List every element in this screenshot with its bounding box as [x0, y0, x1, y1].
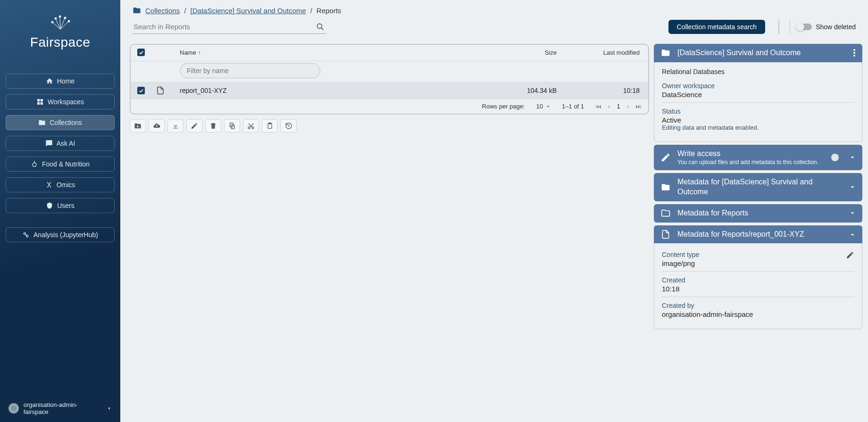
filter-by-name-input[interactable] — [180, 63, 320, 78]
svg-line-14 — [25, 234, 27, 236]
sidebar-item-label: Workspaces — [48, 98, 84, 106]
col-name[interactable]: Name — [180, 49, 196, 56]
sidebar-item-label: Ask AI — [57, 140, 75, 147]
file-icon — [156, 86, 165, 95]
sidebar-item-workspaces[interactable]: Workspaces — [6, 94, 115, 109]
created-by-label: Created by — [662, 302, 854, 309]
prev-page-button[interactable]: ‹ — [608, 103, 610, 110]
folder-outline-icon — [660, 208, 671, 218]
content-type-label: Content type — [662, 251, 699, 258]
show-deleted-toggle[interactable] — [797, 24, 812, 30]
created-label: Created — [662, 276, 854, 284]
breadcrumb-current: Reports — [317, 7, 342, 15]
sidebar-item-ask-ai[interactable]: Ask AI — [6, 136, 115, 151]
row-modified: 10:18 — [557, 87, 642, 94]
svg-point-15 — [317, 24, 322, 28]
action-toolbar — [130, 119, 649, 132]
svg-point-25 — [853, 49, 855, 51]
grid-icon — [36, 98, 44, 106]
write-access-panel-header[interactable]: Write access You can upload files and ad… — [654, 145, 862, 170]
sidebar-item-collections[interactable]: Collections — [6, 115, 115, 130]
chevron-up-icon — [849, 231, 856, 238]
download-button[interactable] — [167, 119, 184, 132]
avatar-icon — [831, 154, 839, 161]
created-value: 10:18 — [662, 285, 854, 293]
metadata-file-panel-header[interactable]: Metadata for Reports/report_001-XYZ — [654, 225, 862, 244]
folder-icon — [133, 6, 141, 15]
breadcrumb-path[interactable]: [DataScience] Survival and Outcome — [191, 7, 306, 15]
svg-point-5 — [64, 17, 66, 19]
first-page-button[interactable]: ⏮ — [595, 103, 601, 110]
rename-button[interactable] — [186, 119, 202, 132]
table-row[interactable]: report_001-XYZ 104.34 kB 10:18 — [131, 83, 648, 99]
metadata-folder-panel-header[interactable]: Metadata for Reports — [654, 204, 862, 223]
svg-point-3 — [59, 16, 61, 17]
col-size[interactable]: Size — [545, 49, 557, 56]
sidebar-item-analysis[interactable]: Analysis (JupyterHub) — [6, 227, 115, 242]
current-page: 1 — [617, 103, 620, 110]
collection-panel-header[interactable]: [DataScience] Survival and Outcome — [654, 44, 862, 62]
search-input[interactable] — [134, 23, 316, 31]
panel-title: Metadata for [DataScience] Survival and … — [677, 177, 843, 197]
user-avatar[interactable]: O — [8, 403, 19, 414]
brand-name: Fairspace — [0, 35, 120, 50]
svg-line-6 — [60, 22, 68, 29]
more-menu-icon[interactable] — [853, 49, 856, 57]
panel-title: Metadata for Reports/report_001-XYZ — [677, 230, 843, 240]
write-access-panel: Write access You can upload files and ad… — [654, 145, 862, 170]
next-page-button[interactable]: › — [627, 103, 629, 110]
sidebar-item-users[interactable]: Users — [6, 198, 115, 213]
show-deleted-label: Show deleted — [816, 23, 856, 31]
new-folder-button[interactable] — [130, 119, 146, 132]
svg-point-26 — [853, 52, 855, 54]
last-page-button[interactable]: ⏭ — [635, 103, 642, 110]
sidebar-item-label: Collections — [50, 119, 82, 126]
edit-metadata-button[interactable] — [846, 251, 854, 259]
status-hint: Editing data and metadata enabled. — [662, 124, 854, 131]
svg-line-0 — [56, 19, 60, 29]
sidebar-item-home[interactable]: Home — [6, 74, 115, 89]
select-all-checkbox[interactable] — [137, 49, 145, 56]
home-icon — [46, 77, 53, 85]
svg-point-7 — [68, 20, 70, 22]
paste-button[interactable] — [262, 119, 278, 132]
folder-icon — [660, 48, 671, 58]
search-input-wrap — [133, 20, 326, 34]
svg-line-4 — [60, 18, 65, 29]
table-pager: Rows per page: 10 1–1 of 1 ⏮ ‹ 1 › ⏭ — [131, 99, 648, 114]
collection-metadata-search-button[interactable]: Collection metadata search — [668, 20, 766, 34]
row-checkbox[interactable] — [137, 87, 145, 94]
sidebar-item-omics[interactable]: Omics — [6, 177, 115, 192]
owner-workspace-label: Owner workspace — [662, 82, 854, 90]
sidebar-footer: O organisation-admin-fairspace — [0, 395, 120, 422]
cut-button[interactable] — [243, 119, 259, 132]
owner-workspace-value: DataScience — [662, 91, 854, 99]
rows-per-page-label: Rows per page: — [482, 103, 525, 110]
chevron-down-icon — [849, 210, 856, 216]
sidebar-item-label: Home — [57, 77, 75, 85]
sidebar-item-label: Food & Nutrition — [42, 160, 90, 168]
svg-line-16 — [321, 28, 324, 30]
chevron-down-icon — [546, 104, 551, 109]
row-name: report_001-XYZ — [180, 87, 472, 94]
page-range: 1–1 of 1 — [562, 103, 584, 110]
delete-button[interactable] — [205, 119, 221, 132]
svg-point-9 — [51, 21, 53, 23]
metadata-collection-panel-header[interactable]: Metadata for [DataScience] Survival and … — [654, 173, 862, 201]
panel-title: Write access — [677, 149, 825, 159]
col-modified[interactable]: Last modified — [603, 49, 640, 56]
upload-button[interactable] — [149, 119, 165, 132]
sidebar-item-food-nutrition[interactable]: Food & Nutrition — [6, 157, 115, 172]
copy-button[interactable] — [224, 119, 240, 132]
search-icon[interactable] — [316, 22, 325, 32]
breadcrumb-root[interactable]: Collections — [145, 7, 180, 15]
user-name: organisation-admin-fairspace — [24, 401, 101, 415]
folder-icon — [660, 182, 671, 192]
breadcrumb: Collections / [DataScience] Survival and… — [133, 6, 856, 15]
sidebar-collapse-button[interactable] — [106, 405, 112, 411]
rows-per-page-select[interactable]: 10 — [536, 103, 551, 110]
panel-title: Metadata for Reports — [677, 208, 843, 218]
topbar: Collections / [DataScience] Survival and… — [120, 0, 868, 39]
shield-icon — [46, 202, 53, 209]
history-button[interactable] — [281, 119, 297, 132]
